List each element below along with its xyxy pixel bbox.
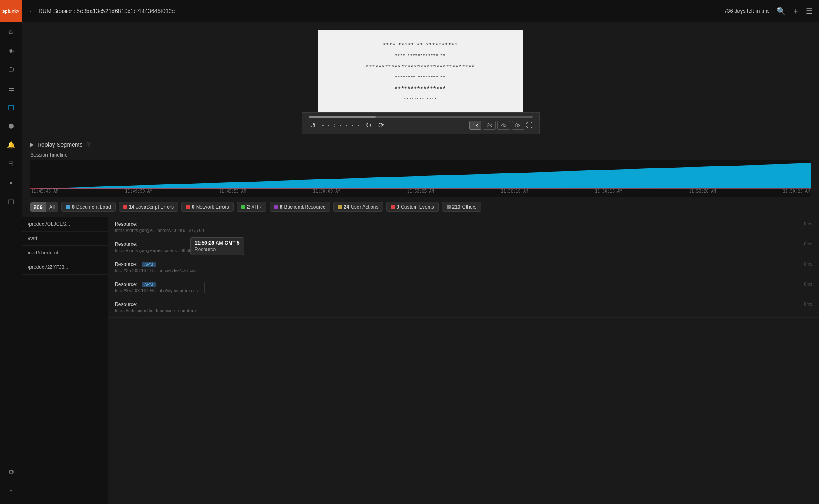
filter-js-errors[interactable]: 14 JavaScript Errors [119, 202, 178, 212]
tick-0: 11:49:45 AM [31, 189, 58, 197]
segment-dots: · · [807, 142, 811, 147]
custom-events-label: Custom Events [401, 204, 434, 210]
trial-badge: 736 days left in trial [724, 8, 770, 14]
user-actions-label: User Actions [351, 204, 378, 210]
tick-1: 11:49:50 AM [125, 189, 152, 197]
masked-line-2: **** ************ ** [395, 53, 446, 58]
sidebar-dashboard[interactable]: ⊞ [0, 154, 22, 173]
sidebar-apm[interactable]: ◈ [0, 41, 22, 59]
event-row[interactable]: Resource: https://fonts.google...loboto:… [108, 217, 819, 237]
progress-bar[interactable] [309, 116, 533, 118]
masked-line-5: **************** [395, 85, 446, 92]
filter-backend-resource[interactable]: 8 Backend/Resource [270, 202, 330, 212]
tick-5: 11:50:10 AM [501, 189, 528, 197]
filter-all[interactable]: 266 All [30, 202, 58, 212]
section-toggle[interactable]: ▶ [30, 142, 34, 148]
event-time: 0ms [804, 261, 812, 266]
restart-button[interactable]: ↺ [309, 120, 317, 131]
sidebar-infrastructure[interactable]: ⬡ [0, 60, 22, 78]
backend-dot [274, 205, 278, 209]
time-display: - - : - - - - [322, 123, 360, 128]
js-errors-dot [123, 205, 127, 209]
route-item[interactable]: /cart/checkout [22, 246, 108, 260]
sidebar-data[interactable]: ◳ [0, 192, 22, 210]
masked-line-4: ******** ******** ** [395, 75, 446, 80]
app-logo[interactable]: splunk> [0, 0, 22, 22]
search-icon[interactable]: 🔍 [776, 7, 785, 16]
event-left: Resource: APM http://35.208.167.55...ati… [115, 282, 198, 293]
filter-document-load[interactable]: 8 Document Load [61, 202, 115, 212]
event-detail: http://35.208.167.55...tatic/styles/cart… [115, 268, 196, 273]
tick-3: 11:50:00 AM [313, 189, 340, 197]
speed-4x-button[interactable]: 4x [497, 121, 510, 130]
js-errors-label: JavaScript Errors [136, 204, 174, 210]
section-header: ▶ Replay Segments ⓘ · · [30, 141, 811, 148]
timeline-chart[interactable]: 11:49:45 AM 11:49:50 AM 11:49:55 AM 11:5… [30, 160, 811, 197]
filter-others[interactable]: 210 Others [442, 202, 481, 212]
speed-8x-button[interactable]: 8x [512, 121, 524, 130]
others-label: Others [462, 204, 477, 210]
sidebar-tags[interactable]: ⬥ [0, 173, 22, 191]
event-detail: https://cdn.signalfx...b-session-recorde… [115, 308, 197, 313]
event-time: 0ms [804, 241, 812, 246]
apm-tag: APM [142, 262, 156, 267]
sidebar-rum[interactable]: ◫ [0, 98, 22, 116]
route-item[interactable]: /cart [22, 232, 108, 246]
skip-back-button[interactable]: ↻ [365, 120, 372, 131]
tick-8: 11:50:25 AM [783, 189, 810, 197]
event-time: 0ms [804, 282, 812, 286]
custom-events-dot [391, 205, 395, 209]
sidebar-synthetics[interactable]: ⬢ [0, 117, 22, 135]
topbar: ← RUM Session: 5e3ba13c521d6810c1b7f4436… [22, 0, 819, 22]
events-panel: Resource: https://fonts.google...loboto:… [108, 217, 819, 504]
route-item[interactable]: /product/OLJCES... [22, 217, 108, 232]
doc-load-label: Document Load [76, 204, 111, 210]
info-icon[interactable]: ⓘ [86, 141, 91, 148]
bottom-split: /product/OLJCES... /cart /cart/checkout … [22, 217, 819, 504]
apm-tag: APM [142, 282, 156, 287]
timeline-area: Session Timeline 11:49:45 AM 11:49:50 AM… [22, 152, 819, 197]
filter-custom-events[interactable]: 0 Custom Events [386, 202, 439, 212]
event-divider [209, 241, 210, 253]
replay-segments-section: ▶ Replay Segments ⓘ · · [22, 134, 819, 152]
doc-load-dot [66, 205, 70, 209]
speed-2x-button[interactable]: 2x [483, 121, 496, 130]
event-divider [211, 221, 211, 233]
event-row[interactable]: Resource: APM http://35.208.167.55...ati… [108, 277, 819, 297]
fullscreen-button[interactable]: ⛶ [526, 121, 533, 130]
event-left: Resource: https://cdn.signalfx...b-sessi… [115, 302, 197, 313]
tick-4: 11:50:05 AM [407, 189, 434, 197]
user-actions-count: 24 [344, 204, 349, 210]
sidebar-home[interactable]: ⌂ [0, 23, 22, 41]
back-button[interactable]: ← [29, 7, 35, 15]
sidebar: splunk> ⌂ ◈ ⬡ ☰ ◫ ⬢ 🔔 ⊞ ⬥ ◳ ⚙ » [0, 0, 22, 504]
routes-panel: /product/OLJCES... /cart /cart/checkout … [22, 217, 108, 504]
event-detail: http://35.208.167.55...atic/styles/order… [115, 288, 198, 293]
tick-7: 11:50:20 AM [689, 189, 716, 197]
content-area: **** ***** ** ********** **** **********… [22, 22, 819, 504]
others-dot [447, 205, 451, 209]
event-left: Resource: https://fonts.google...loboto:… [115, 221, 204, 233]
add-icon[interactable]: ＋ [792, 6, 799, 16]
event-type: Resource: APM [115, 282, 198, 287]
all-label[interactable]: All [46, 202, 58, 212]
skip-forward-button[interactable]: ⟳ [377, 120, 385, 131]
timeline-ticks: 11:49:45 AM 11:49:50 AM 11:49:55 AM 11:5… [30, 189, 811, 197]
speed-1x-button[interactable]: 1x [469, 121, 482, 130]
progress-fill [309, 116, 376, 118]
sidebar-settings[interactable]: ⚙ [0, 463, 22, 481]
player-controls: ↺ - - : - - - - ↻ ⟳ 1x 2x 4x 8x ⛶ [302, 112, 540, 134]
sidebar-logs[interactable]: ☰ [0, 79, 22, 97]
event-row[interactable]: Resource: https://fonts.googleapis.com/c… [108, 237, 819, 257]
timeline-label: Session Timeline [30, 152, 811, 158]
event-row[interactable]: Resource: https://cdn.signalfx...b-sessi… [108, 297, 819, 318]
route-item[interactable]: /product/2ZYFJ3... [22, 260, 108, 275]
event-row[interactable]: Resource: APM http://35.208.167.55...tat… [108, 257, 819, 277]
menu-icon[interactable]: ☰ [806, 7, 812, 16]
filter-xhr[interactable]: 2 XHR [237, 202, 266, 212]
filter-user-actions[interactable]: 24 User Actions [333, 202, 383, 212]
filter-network-errors[interactable]: 0 Network Errors [181, 202, 234, 212]
event-type: Resource: APM [115, 261, 196, 267]
sidebar-expand[interactable]: » [0, 481, 22, 499]
sidebar-alerts[interactable]: 🔔 [0, 136, 22, 154]
